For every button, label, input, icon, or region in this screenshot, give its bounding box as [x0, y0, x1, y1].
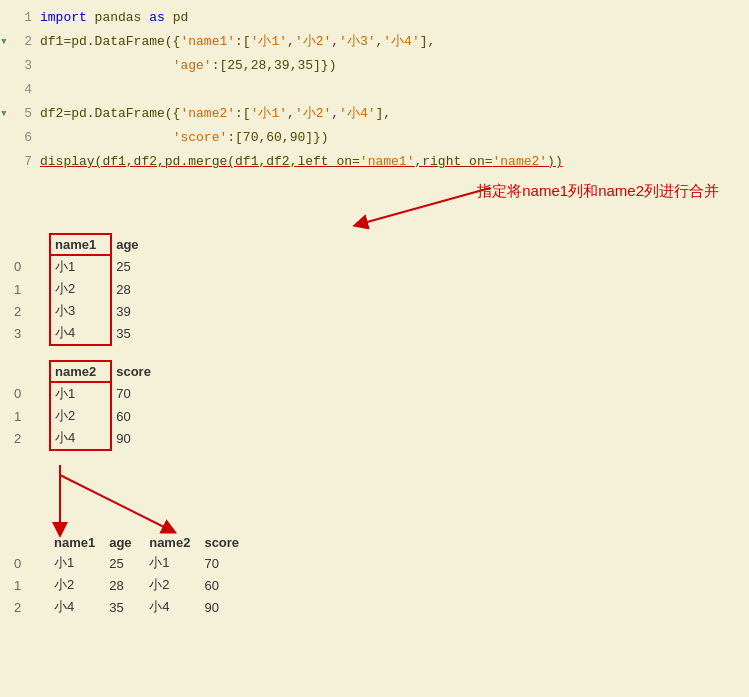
df2-name2-1: 小2	[50, 405, 111, 427]
merged-name1-2: 小4	[50, 596, 105, 618]
line-num-4: 4	[16, 79, 40, 101]
df1-age-0: 25	[111, 255, 151, 278]
merged-idx-2: 2	[10, 596, 50, 618]
df2-row-2: 2 小4 90	[10, 427, 161, 450]
merged-idx-1: 1	[10, 574, 50, 596]
df2-name2-header: name2	[50, 361, 111, 382]
code-block: 1 import pandas as pd ▾ 2 df1=pd.DataFra…	[0, 0, 749, 174]
merged-idx-0: 0	[10, 552, 50, 574]
df2-row-1: 1 小2 60	[10, 405, 161, 427]
merged-name1-1: 小2	[50, 574, 105, 596]
page-container: 1 import pandas as pd ▾ 2 df1=pd.DataFra…	[0, 0, 749, 634]
merge-arrows-area	[10, 465, 739, 495]
df1-name1-3: 小4	[50, 322, 111, 345]
df2-idx-0: 0	[10, 382, 50, 405]
merged-table: name1 age name2 score 0 小1 25 小1 70	[10, 533, 249, 618]
arrow-2: ▾	[0, 31, 16, 53]
code-line-2: ▾ 2 df1=pd.DataFrame({'name1':['小1','小2'…	[0, 30, 749, 54]
code-text-6: 'score':[70,60,90]})	[40, 127, 329, 149]
df1-idx-header	[10, 234, 50, 255]
merged-age-0: 25	[105, 552, 145, 574]
merged-name1-header: name1	[50, 533, 105, 552]
df1-age-1: 28	[111, 278, 151, 300]
code-line-4: 4	[0, 78, 749, 102]
df2-score-2: 90	[111, 427, 161, 450]
df2-section: name2 score 0 小1 70 1 小2 60	[10, 360, 739, 451]
df2-row-0: 0 小1 70	[10, 382, 161, 405]
line-num-6: 6	[16, 127, 40, 149]
df1-idx-1: 1	[10, 278, 50, 300]
df1-section: name1 age 0 小1 25 1 小2 28	[10, 233, 739, 346]
annotation-label: 指定将name1列和name2列进行合并	[477, 182, 719, 201]
merged-age-header: age	[105, 533, 145, 552]
df2-idx-header	[10, 361, 50, 382]
df1-idx-3: 3	[10, 322, 50, 345]
code-text-5: df2=pd.DataFrame({'name2':['小1','小2','小4…	[40, 103, 391, 125]
line-num-1: 1	[16, 7, 40, 29]
df2-name2-2: 小4	[50, 427, 111, 450]
merged-name2-header: name2	[145, 533, 200, 552]
line-num-2: 2	[16, 31, 40, 53]
df1-row-3: 3 小4 35	[10, 322, 151, 345]
df1-idx-0: 0	[10, 255, 50, 278]
df1-age-3: 35	[111, 322, 151, 345]
merged-score-header: score	[200, 533, 249, 552]
df2-idx-2: 2	[10, 427, 50, 450]
merged-name2-0: 小1	[145, 552, 200, 574]
svg-line-0	[360, 188, 490, 224]
code-line-1: 1 import pandas as pd	[0, 6, 749, 30]
code-line-7: 7 display(df1,df2,pd.merge(df1,df2,left_…	[0, 150, 749, 174]
df1-row-1: 1 小2 28	[10, 278, 151, 300]
merged-score-2: 90	[200, 596, 249, 618]
code-text-2: df1=pd.DataFrame({'name1':['小1','小2','小3…	[40, 31, 435, 53]
code-line-6: 6 'score':[70,60,90]})	[0, 126, 749, 150]
df2-idx-1: 1	[10, 405, 50, 427]
merged-row-0: 0 小1 25 小1 70	[10, 552, 249, 574]
code-text-7: display(df1,df2,pd.merge(df1,df2,left_on…	[40, 151, 563, 173]
merged-section: name1 age name2 score 0 小1 25 小1 70	[10, 533, 739, 618]
annotation-section: 指定将name1列和name2列进行合并	[0, 174, 749, 229]
code-text-3: 'age':[25,28,39,35]})	[40, 55, 336, 77]
merged-age-1: 28	[105, 574, 145, 596]
merged-row-2: 2 小4 35 小4 90	[10, 596, 249, 618]
merged-name2-1: 小2	[145, 574, 200, 596]
df1-row-0: 0 小1 25	[10, 255, 151, 278]
df2-score-header: score	[111, 361, 161, 382]
df1-row-2: 2 小3 39	[10, 300, 151, 322]
code-text-1: import pandas as pd	[40, 7, 188, 29]
df1-age-2: 39	[111, 300, 151, 322]
df1-idx-2: 2	[10, 300, 50, 322]
line-num-3: 3	[16, 55, 40, 77]
df2-score-0: 70	[111, 382, 161, 405]
df1-name1-header: name1	[50, 234, 111, 255]
arrow-5: ▾	[0, 103, 16, 125]
merged-score-1: 60	[200, 574, 249, 596]
merged-age-2: 35	[105, 596, 145, 618]
merged-score-0: 70	[200, 552, 249, 574]
merged-name2-2: 小4	[145, 596, 200, 618]
merged-row-1: 1 小2 28 小2 60	[10, 574, 249, 596]
df1-table: name1 age 0 小1 25 1 小2 28	[10, 233, 151, 346]
df1-name1-2: 小3	[50, 300, 111, 322]
df1-name1-1: 小2	[50, 278, 111, 300]
code-line-5: ▾ 5 df2=pd.DataFrame({'name2':['小1','小2'…	[0, 102, 749, 126]
df2-table: name2 score 0 小1 70 1 小2 60	[10, 360, 161, 451]
svg-line-2	[60, 475, 170, 530]
line-num-7: 7	[16, 151, 40, 173]
merged-idx-header	[10, 533, 50, 552]
df2-name2-0: 小1	[50, 382, 111, 405]
df2-score-1: 60	[111, 405, 161, 427]
code-line-3: 3 'age':[25,28,39,35]})	[0, 54, 749, 78]
merged-name1-0: 小1	[50, 552, 105, 574]
line-num-5: 5	[16, 103, 40, 125]
df1-age-header: age	[111, 234, 151, 255]
tables-section: name1 age 0 小1 25 1 小2 28	[0, 229, 749, 634]
df1-name1-0: 小1	[50, 255, 111, 278]
